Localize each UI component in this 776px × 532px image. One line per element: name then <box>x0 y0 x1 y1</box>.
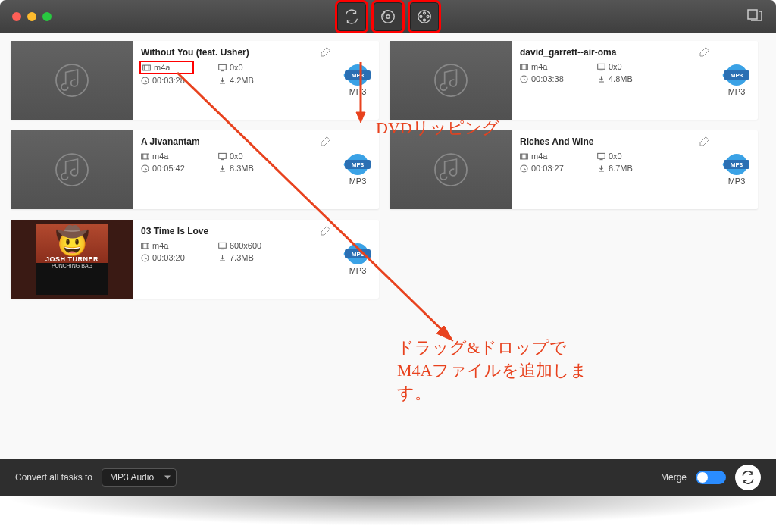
content-area: Without You (feat. Usher) m4a 0x0 00:03:… <box>0 33 776 459</box>
task-title: david_garrett--air-oma <box>520 47 708 58</box>
size-badge: 8.3MB <box>218 164 270 173</box>
svg-rect-26 <box>219 153 227 158</box>
thumbnail <box>11 130 133 209</box>
svg-rect-39 <box>219 243 227 248</box>
output-format-button[interactable]: MP3 MP3 <box>715 41 758 120</box>
download-mode-button[interactable] <box>410 2 439 31</box>
output-format-button[interactable]: MP3 MP3 <box>715 130 758 209</box>
edit-button[interactable] <box>320 135 332 147</box>
output-format-button[interactable]: MP3 MP3 <box>336 41 379 120</box>
convert-icon <box>343 8 360 25</box>
svg-point-6 <box>427 16 429 18</box>
task-title: Riches And Wine <box>520 136 708 147</box>
format-badge: m4a <box>141 241 192 250</box>
thumbnail: 🤠 JOSH TURNER PUNCHING BAG <box>11 220 133 299</box>
thumbnail <box>390 41 512 120</box>
titlebar <box>0 0 776 33</box>
app-window: Without You (feat. Usher) m4a 0x0 00:03:… <box>0 0 776 526</box>
output-format-label: MP3 <box>349 87 367 96</box>
mp3-icon: MP3 <box>724 154 749 175</box>
refresh-icon <box>740 470 756 485</box>
task-info: Without You (feat. Usher) m4a 0x0 00:03:… <box>133 41 336 120</box>
output-format-label: MP3 <box>349 177 367 186</box>
convert-mode-button[interactable] <box>337 2 366 31</box>
album-sub: PUNCHING BAG <box>52 263 92 268</box>
duration-badge: 00:03:27 <box>520 164 571 173</box>
resolution-badge: 0x0 <box>218 152 270 161</box>
edit-button[interactable] <box>320 224 332 236</box>
output-format-button[interactable]: MP3 MP3 <box>336 130 379 209</box>
svg-point-5 <box>420 16 422 18</box>
toolbar <box>337 2 439 31</box>
svg-point-1 <box>386 15 390 19</box>
svg-rect-36 <box>142 243 149 249</box>
svg-point-4 <box>424 19 426 21</box>
library-button[interactable] <box>746 6 764 27</box>
duration-badge: 00:03:38 <box>520 74 571 83</box>
size-badge: 6.7MB <box>597 164 649 173</box>
svg-rect-33 <box>598 153 605 158</box>
task-card[interactable]: david_garrett--air-oma m4a 0x0 00:03:38 … <box>390 41 758 120</box>
edit-button[interactable] <box>699 45 711 58</box>
task-card[interactable]: Riches And Wine m4a 0x0 00:03:27 6.7MB M… <box>390 130 758 209</box>
start-convert-button[interactable] <box>735 465 761 490</box>
close-window-button[interactable] <box>12 12 21 21</box>
svg-point-3 <box>424 12 426 14</box>
task-grid: Without You (feat. Usher) m4a 0x0 00:03:… <box>11 41 765 299</box>
task-info: 03 Time Is Love m4a 600x600 00:03:20 7.3… <box>133 220 336 299</box>
svg-rect-16 <box>521 64 528 70</box>
output-format-button[interactable]: MP3 MP3 <box>336 220 379 299</box>
output-format-label: MP3 <box>728 87 746 96</box>
svg-rect-23 <box>142 154 149 159</box>
edit-button[interactable] <box>699 135 711 147</box>
film-reel-icon <box>416 8 433 25</box>
edit-button[interactable] <box>320 45 332 58</box>
svg-rect-30 <box>521 154 528 159</box>
duration-badge: 00:05:42 <box>141 164 192 173</box>
task-title: A Jivanantam <box>141 136 329 147</box>
mp3-icon: MP3 <box>345 64 371 86</box>
duration-badge: 00:03:20 <box>141 253 192 262</box>
task-card[interactable]: Without You (feat. Usher) m4a 0x0 00:03:… <box>11 41 379 120</box>
convert-all-label: Convert all tasks to <box>15 472 92 483</box>
mp3-icon: MP3 <box>345 154 371 175</box>
duration-badge: 00:03:28 <box>141 76 192 85</box>
task-card[interactable]: 🤠 JOSH TURNER PUNCHING BAG 03 Time Is Lo… <box>11 220 379 299</box>
svg-rect-7 <box>748 10 757 19</box>
output-format-select-wrap: MP3 Audio <box>102 468 177 487</box>
resolution-badge: 0x0 <box>597 152 649 161</box>
album-art: 🤠 JOSH TURNER PUNCHING BAG <box>36 224 108 295</box>
merge-toggle[interactable] <box>696 471 726 484</box>
library-icon <box>746 6 764 24</box>
mp3-icon: MP3 <box>724 64 749 86</box>
size-badge: 4.8MB <box>597 74 649 83</box>
thumbnail <box>11 41 133 120</box>
minimize-window-button[interactable] <box>27 12 36 21</box>
format-badge: m4a <box>520 152 571 161</box>
window-controls <box>12 12 52 21</box>
svg-rect-12 <box>219 64 227 70</box>
svg-rect-9 <box>143 65 151 70</box>
zoom-window-button[interactable] <box>42 12 52 21</box>
svg-rect-19 <box>598 64 605 69</box>
resolution-badge: 0x0 <box>597 62 649 71</box>
task-info: Riches And Wine m4a 0x0 00:03:27 6.7MB <box>512 130 715 209</box>
merge-label: Merge <box>661 472 687 483</box>
annot-drop: ドラッグ&ドロップで M4Aファイルを追加しま す。 <box>397 336 587 405</box>
svg-marker-49 <box>436 326 453 341</box>
task-info: A Jivanantam m4a 0x0 00:05:42 8.3MB <box>133 130 336 209</box>
output-format-label: MP3 <box>349 266 367 275</box>
format-badge: m4a <box>520 62 571 71</box>
task-title: 03 Time Is Love <box>141 226 329 236</box>
bottombar: Convert all tasks to MP3 Audio Merge <box>0 459 776 496</box>
size-badge: 7.3MB <box>218 253 270 262</box>
task-card[interactable]: A Jivanantam m4a 0x0 00:05:42 8.3MB MP3 … <box>11 130 379 209</box>
output-format-label: MP3 <box>728 177 746 186</box>
disc-icon <box>380 8 396 25</box>
output-format-select[interactable]: MP3 Audio <box>102 468 177 487</box>
mp3-icon: MP3 <box>345 243 371 264</box>
format-badge: m4a <box>141 62 192 73</box>
dvd-rip-button[interactable] <box>374 2 402 31</box>
album-name: JOSH TURNER <box>45 255 99 263</box>
size-badge: 4.2MB <box>218 76 270 85</box>
